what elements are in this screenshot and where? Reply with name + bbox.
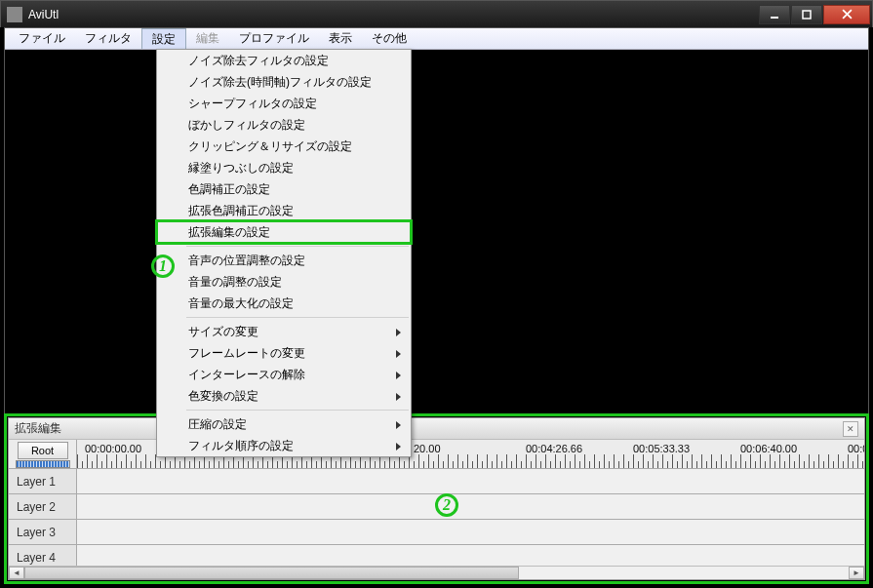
menu-item-色変換の設定[interactable]: 色変換の設定 bbox=[157, 385, 411, 407]
submenu-arrow-icon bbox=[396, 350, 401, 358]
layer-track[interactable] bbox=[77, 494, 864, 519]
menu-item-シャープフィルタの設定[interactable]: シャープフィルタの設定 bbox=[157, 93, 411, 114]
menu-編集: 編集 bbox=[186, 28, 229, 49]
time-label: 00:07:46.66 bbox=[848, 443, 864, 454]
layer-row: Layer 3 bbox=[9, 520, 864, 545]
menu-表示[interactable]: 表示 bbox=[319, 28, 362, 49]
close-button[interactable] bbox=[823, 5, 870, 24]
root-button[interactable]: Root bbox=[18, 442, 68, 459]
window-buttons bbox=[759, 5, 870, 24]
layer-label[interactable]: Layer 3 bbox=[9, 520, 77, 544]
menu-item-ノイズ除去(時間軸)フィルタの設定[interactable]: ノイズ除去(時間軸)フィルタの設定 bbox=[157, 71, 411, 93]
timeline-scrollbar[interactable]: ◄ ► bbox=[9, 566, 864, 579]
menu-その他[interactable]: その他 bbox=[362, 28, 417, 49]
menu-separator bbox=[186, 317, 409, 318]
layer-label[interactable]: Layer 1 bbox=[9, 469, 77, 493]
menu-ファイル[interactable]: ファイル bbox=[9, 28, 75, 49]
menu-item-サイズの変更[interactable]: サイズの変更 bbox=[157, 321, 411, 342]
submenu-arrow-icon bbox=[396, 421, 401, 429]
menu-item-拡張色調補正の設定[interactable]: 拡張色調補正の設定 bbox=[157, 200, 411, 221]
scrollbar-track[interactable] bbox=[24, 567, 849, 579]
menu-item-インターレースの解除[interactable]: インターレースの解除 bbox=[157, 364, 411, 385]
timeline-title: 拡張編集 bbox=[15, 420, 843, 437]
layer-track[interactable] bbox=[77, 469, 864, 493]
settings-menu-dropdown: ノイズ除去フィルタの設定ノイズ除去(時間軸)フィルタの設定シャープフィルタの設定… bbox=[156, 49, 412, 457]
submenu-arrow-icon bbox=[396, 443, 401, 451]
time-label: 00:05:33.33 bbox=[633, 443, 690, 454]
menu-item-圧縮の設定[interactable]: 圧縮の設定 bbox=[157, 413, 411, 435]
timeline-header: Root 00:00:00.0020.0000:04:26.6600:05:33… bbox=[9, 440, 864, 469]
scrollbar-thumb[interactable] bbox=[24, 567, 519, 579]
menu-item-フレームレートの変更[interactable]: フレームレートの変更 bbox=[157, 342, 411, 364]
menu-item-ノイズ除去フィルタの設定[interactable]: ノイズ除去フィルタの設定 bbox=[157, 50, 411, 71]
layer-track[interactable] bbox=[77, 520, 864, 544]
menu-separator bbox=[186, 246, 409, 247]
menu-item-拡張編集の設定[interactable]: 拡張編集の設定 bbox=[157, 221, 411, 243]
time-label: 00:00:00.00 bbox=[85, 443, 141, 454]
minimize-button[interactable] bbox=[759, 5, 790, 24]
timeline-titlebar[interactable]: 拡張編集 ✕ bbox=[9, 418, 864, 440]
layer-label[interactable]: Layer 2 bbox=[9, 494, 77, 519]
layer-row: Layer 1 bbox=[9, 469, 864, 494]
annotation-1: 1 bbox=[151, 255, 175, 278]
menu-item-音声の位置調整の設定[interactable]: 音声の位置調整の設定 bbox=[157, 250, 411, 271]
menu-item-色調補正の設定[interactable]: 色調補正の設定 bbox=[157, 178, 411, 200]
submenu-arrow-icon bbox=[396, 393, 401, 401]
menu-item-ぼかしフィルタの設定[interactable]: ぼかしフィルタの設定 bbox=[157, 114, 411, 136]
annotation-2: 2 bbox=[435, 493, 458, 517]
timeline-close-button[interactable]: ✕ bbox=[843, 421, 858, 437]
titlebar[interactable]: AviUtl bbox=[0, 0, 873, 27]
menu-item-フィルタ順序の設定[interactable]: フィルタ順序の設定 bbox=[157, 435, 411, 456]
submenu-arrow-icon bbox=[396, 372, 401, 379]
time-label: 00:04:26.66 bbox=[526, 443, 582, 454]
maximize-button[interactable] bbox=[791, 5, 822, 24]
timeline-root-col: Root bbox=[9, 440, 77, 468]
menubar: ファイルフィルタ設定編集プロファイル表示その他 bbox=[5, 28, 868, 50]
menu-separator bbox=[186, 410, 409, 411]
scroll-right-button[interactable]: ► bbox=[849, 567, 864, 579]
menu-設定[interactable]: 設定 bbox=[141, 28, 186, 49]
time-label: 20.00 bbox=[414, 443, 441, 454]
menu-フィルタ[interactable]: フィルタ bbox=[75, 28, 141, 49]
menu-item-クリッピング＆リサイズの設定[interactable]: クリッピング＆リサイズの設定 bbox=[157, 136, 411, 157]
scroll-left-button[interactable]: ◄ bbox=[9, 567, 24, 579]
menu-item-縁塗りつぶしの設定[interactable]: 縁塗りつぶしの設定 bbox=[157, 157, 411, 178]
svg-rect-0 bbox=[771, 17, 778, 19]
submenu-arrow-icon bbox=[396, 329, 401, 336]
app-icon bbox=[7, 7, 22, 22]
window-title: AviUtl bbox=[28, 8, 759, 21]
menu-プロファイル[interactable]: プロファイル bbox=[229, 28, 319, 49]
menu-item-音量の調整の設定[interactable]: 音量の調整の設定 bbox=[157, 271, 411, 293]
menu-item-音量の最大化の設定[interactable]: 音量の最大化の設定 bbox=[157, 293, 411, 314]
time-label: 00:06:40.00 bbox=[740, 443, 797, 454]
zoom-slider[interactable] bbox=[16, 460, 70, 468]
svg-rect-1 bbox=[803, 11, 811, 19]
